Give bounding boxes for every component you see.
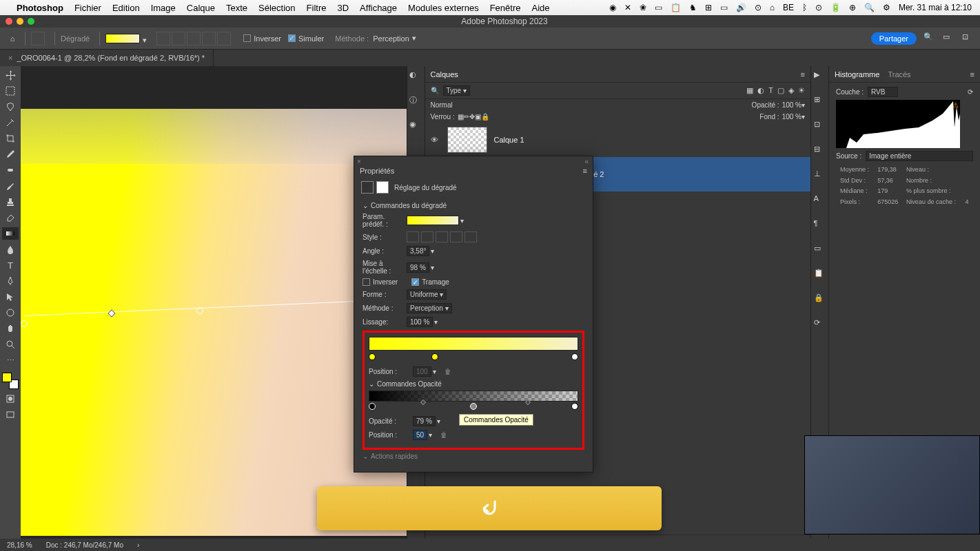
quickmask-tool[interactable] [2, 393, 19, 405]
filter-icon[interactable]: ◐ [757, 86, 764, 95]
opacity-stop[interactable] [369, 403, 376, 410]
panel-icon[interactable]: ◐ [409, 70, 422, 83]
edit-toolbar[interactable]: ⋯ [2, 354, 19, 366]
filter-icon[interactable]: ▦ [746, 86, 753, 95]
bluetooth-icon[interactable]: ᛒ [802, 3, 807, 12]
close-icon[interactable]: × [357, 158, 361, 165]
gradient-tool[interactable] [2, 227, 19, 240]
gradient-reflect[interactable] [202, 32, 216, 45]
fill-value[interactable]: 100 % [782, 113, 802, 121]
fg-color[interactable] [2, 373, 12, 382]
section-header[interactable]: Actions rapides [363, 453, 584, 460]
layers-tab[interactable]: Calques [431, 70, 458, 79]
lock-icon[interactable]: ✥ [469, 113, 475, 121]
stamp-tool[interactable] [2, 196, 19, 208]
menubar-icon[interactable]: ⌂ [770, 3, 775, 12]
menubar-icon[interactable]: 🔊 [736, 3, 746, 12]
section-header[interactable]: Commandes Opacité [369, 380, 578, 388]
zoom-level[interactable]: 28,16 % [7, 541, 32, 549]
paths-tab[interactable]: Tracés [888, 70, 910, 79]
type-tool[interactable]: T [2, 259, 19, 271]
gradient-handle[interactable] [196, 307, 203, 314]
menubar-icon[interactable]: ⊞ [705, 3, 712, 12]
lock-icon[interactable]: ✏ [464, 113, 469, 121]
lissage-input[interactable]: 100 % [407, 317, 433, 327]
menu-text[interactable]: Texte [226, 3, 247, 13]
eraser-tool[interactable] [2, 211, 19, 224]
panel-icon[interactable]: 📋 [814, 269, 826, 281]
menu-plugins[interactable]: Modules externes [408, 3, 479, 13]
wand-tool[interactable] [2, 116, 19, 129]
filter-icon[interactable]: ☀ [798, 86, 805, 95]
zoom-tool[interactable] [2, 338, 19, 351]
filter-type[interactable]: Type ▾ [443, 85, 470, 96]
lock-icon[interactable]: ▣ [475, 113, 481, 121]
trash-icon[interactable]: 🗑 [445, 368, 451, 375]
collapse-icon[interactable]: « [584, 158, 589, 165]
screenmode-tool[interactable] [2, 408, 19, 421]
maximize-button[interactable] [28, 18, 34, 25]
workspace-icon[interactable]: ▭ [943, 32, 955, 45]
opacity-editor-bar[interactable] [369, 391, 578, 402]
shape-tool[interactable] [2, 306, 19, 319]
gradient-handle[interactable] [108, 309, 115, 317]
simuler-checkbox[interactable]: ✓ [288, 34, 296, 42]
menubar-icon[interactable]: ⊙ [815, 3, 822, 12]
lasso-tool[interactable] [2, 101, 19, 113]
forme-select[interactable]: Uniforme ▾ [407, 289, 447, 300]
style-diamond[interactable] [465, 231, 477, 242]
panel-menu-icon[interactable]: ≡ [970, 70, 974, 79]
document-canvas[interactable] [21, 109, 407, 536]
gradient-preview[interactable] [105, 34, 140, 43]
chevron-down-icon[interactable]: ▾ [431, 247, 434, 255]
inverser-checkbox[interactable] [243, 34, 251, 42]
style-reflect[interactable] [450, 231, 462, 242]
menu-help[interactable]: Aide [531, 3, 549, 13]
angle-input[interactable]: 3,58° [407, 246, 429, 256]
battery-icon[interactable]: 🔋 [830, 3, 841, 12]
panel-icon[interactable]: 🔒 [814, 293, 826, 306]
lock-icon[interactable]: ▦ [458, 113, 464, 121]
canvas-area[interactable] [21, 66, 407, 551]
menubar-icon[interactable]: ❀ [640, 3, 646, 12]
tramage-checkbox[interactable] [411, 278, 419, 286]
menubar-icon[interactable]: ◉ [609, 3, 616, 12]
channel-select[interactable]: RVB [868, 87, 898, 97]
opacity-input[interactable]: 79 % [413, 416, 436, 426]
color-stop[interactable] [431, 353, 438, 360]
inverser-checkbox[interactable] [363, 278, 370, 286]
share-button[interactable]: Partager [871, 32, 917, 45]
document-tab[interactable]: × _ORO0064-1 @ 28,2% (Fond en dégradé 2,… [0, 50, 214, 66]
style-radial[interactable] [421, 231, 433, 242]
gradient-editor-bar[interactable] [369, 337, 578, 351]
mask-icon[interactable] [376, 181, 389, 194]
chevron-down-icon[interactable]: ▾ [429, 431, 432, 439]
panel-icon[interactable]: ▭ [814, 244, 826, 256]
panel-icon[interactable]: ⊟ [814, 145, 826, 157]
panel-icon[interactable]: ¶ [814, 219, 826, 231]
blur-tool[interactable] [2, 243, 19, 256]
adjustment-icon[interactable] [361, 181, 374, 194]
style-angle[interactable] [436, 231, 448, 242]
section-header[interactable]: Commandes du dégradé [363, 202, 584, 209]
lock-icon[interactable]: 🔒 [481, 113, 489, 121]
menubar-icon[interactable]: ⊙ [755, 3, 762, 12]
filter-icon[interactable]: ◈ [788, 86, 794, 95]
panel-menu-icon[interactable]: ≡ [583, 167, 587, 175]
menubar-icon[interactable]: BE [783, 3, 794, 12]
histogram-tab[interactable]: Histogramme [835, 70, 879, 79]
chevron-down-icon[interactable]: ▾ [802, 101, 805, 109]
trash-icon[interactable]: 🗑 [440, 431, 447, 439]
warning-icon[interactable]: ⚠ [952, 101, 959, 109]
methode-value[interactable]: Perception [373, 34, 409, 43]
refresh-icon[interactable]: ⟳ [968, 88, 973, 96]
menu-select[interactable]: Sélection [258, 3, 295, 13]
close-tab-icon[interactable]: × [8, 54, 12, 62]
filter-icon[interactable]: T [768, 86, 773, 95]
gradient-line[interactable] [24, 300, 392, 316]
gradient-handle[interactable] [21, 320, 28, 327]
color-stop[interactable] [369, 353, 376, 360]
chevron-down-icon[interactable]: ▾ [434, 318, 438, 326]
menu-window[interactable]: Fenêtre [490, 3, 521, 13]
scale-input[interactable]: 98 % [407, 262, 429, 273]
